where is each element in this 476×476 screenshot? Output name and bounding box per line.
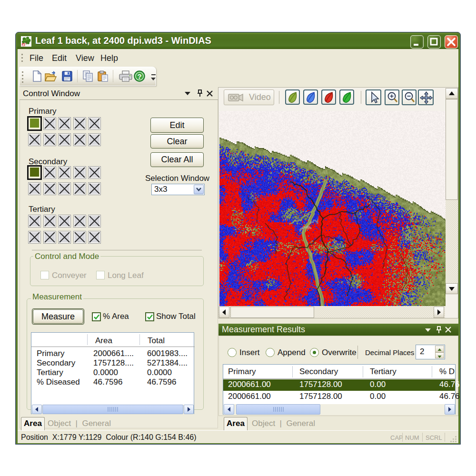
svg-text:?: ? [137, 72, 141, 80]
svg-text:AV: AV [22, 43, 27, 47]
